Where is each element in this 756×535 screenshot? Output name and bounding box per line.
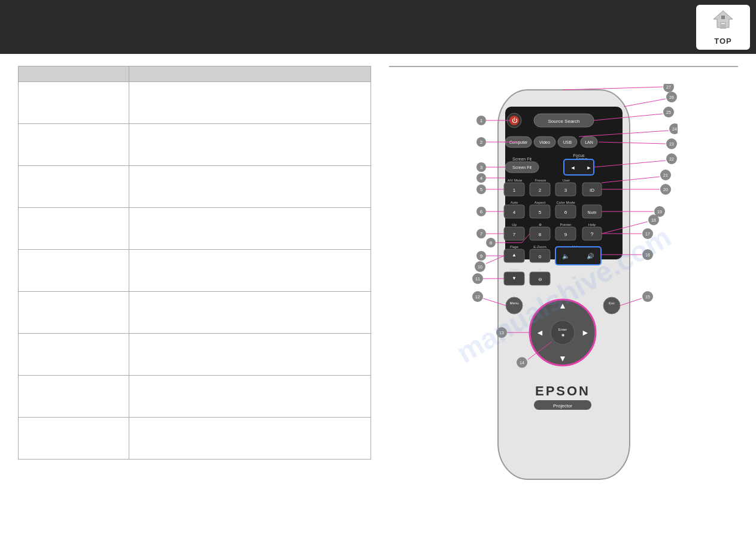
table-cell (19, 250, 129, 292)
table-cell (19, 334, 129, 376)
table-row (19, 334, 371, 376)
svg-text:USB: USB (563, 140, 572, 144)
table-row (19, 250, 371, 292)
svg-text:22: 22 (669, 157, 674, 161)
table-cell (129, 334, 371, 376)
svg-text:◉: ◉ (561, 333, 564, 337)
svg-text:21: 21 (663, 173, 668, 177)
svg-text:?: ? (590, 231, 593, 237)
svg-text:Help: Help (588, 223, 596, 226)
svg-text:1: 1 (512, 188, 515, 193)
remote-section: manualshive.com Source Search ⏻ Computer (389, 66, 738, 523)
svg-text:7: 7 (479, 231, 482, 237)
svg-text:⊖: ⊖ (538, 268, 541, 271)
table-cell (129, 418, 371, 460)
svg-text:Source Search: Source Search (548, 119, 579, 124)
svg-text:27: 27 (666, 85, 671, 89)
svg-text:⊕: ⊕ (538, 223, 541, 226)
svg-text:⊖: ⊖ (538, 277, 542, 282)
table-cell (129, 292, 371, 334)
svg-text:5: 5 (479, 187, 482, 192)
svg-text:▲: ▲ (558, 301, 567, 310)
svg-text:Esc: Esc (608, 301, 614, 305)
main-content: manualshive.com Source Search ⏻ Computer (0, 54, 756, 535)
data-table (18, 66, 371, 460)
svg-text:►: ► (586, 165, 591, 171)
svg-text:►: ► (581, 328, 590, 337)
svg-text:6: 6 (479, 209, 482, 214)
table-cell (19, 418, 129, 460)
svg-text:12: 12 (475, 295, 480, 299)
table-cell (129, 208, 371, 250)
remote-container: Source Search ⏻ Computer Video USB LAN S… (450, 84, 678, 503)
svg-text:EPSON: EPSON (535, 383, 590, 398)
svg-text:🔊: 🔊 (587, 252, 594, 260)
svg-text:LAN: LAN (585, 140, 593, 144)
svg-text:A/V Mute: A/V Mute (507, 179, 522, 182)
svg-text:Up: Up (512, 223, 517, 226)
svg-text:13: 13 (499, 331, 504, 335)
svg-text:User: User (562, 179, 570, 182)
svg-text:26: 26 (669, 95, 674, 99)
col1-header (19, 67, 129, 82)
svg-text:Down: Down (509, 268, 518, 271)
svg-text:0: 0 (538, 254, 541, 259)
svg-text:15: 15 (645, 295, 650, 299)
svg-text:⏻: ⏻ (511, 117, 517, 123)
svg-rect-2 (721, 16, 725, 19)
svg-text:Menu: Menu (509, 301, 518, 305)
header-bar: TOP (0, 0, 756, 54)
svg-text:Page: Page (509, 245, 518, 249)
svg-text:3: 3 (479, 165, 482, 170)
svg-text:Freeze: Freeze (535, 179, 546, 182)
svg-text:Aspect: Aspect (534, 201, 545, 204)
svg-text:8: 8 (489, 240, 492, 246)
table-row (19, 376, 371, 418)
svg-text:2: 2 (538, 188, 541, 193)
table-cell (129, 166, 371, 208)
svg-text:Video: Video (539, 140, 550, 144)
svg-text:2: 2 (479, 140, 482, 145)
svg-text:10: 10 (478, 265, 482, 269)
svg-point-81 (551, 321, 575, 344)
svg-text:Enter: Enter (558, 328, 566, 331)
table-cell (19, 124, 129, 166)
top-icon[interactable]: TOP (696, 5, 750, 50)
top-label: TOP (714, 37, 732, 46)
svg-text:1: 1 (479, 118, 482, 123)
svg-text:Computer: Computer (509, 140, 527, 145)
svg-text:8: 8 (538, 232, 541, 237)
svg-text:20: 20 (663, 188, 668, 192)
table-row (19, 208, 371, 250)
svg-text:23: 23 (669, 142, 674, 146)
svg-text:25: 25 (666, 110, 671, 114)
table-row (19, 124, 371, 166)
svg-text:Color Mode: Color Mode (556, 201, 575, 204)
home-icon (712, 8, 734, 34)
svg-text:▲: ▲ (512, 252, 517, 258)
svg-text:6: 6 (564, 210, 567, 215)
svg-text:3: 3 (564, 188, 567, 193)
svg-text:Num: Num (587, 210, 596, 214)
svg-line-170 (563, 87, 663, 90)
svg-point-76 (506, 297, 523, 314)
divider-line (389, 66, 738, 67)
svg-line-167 (624, 99, 666, 107)
svg-text:17: 17 (645, 232, 650, 236)
table-section (18, 66, 371, 523)
svg-rect-1 (720, 24, 726, 29)
table-cell (19, 166, 129, 208)
svg-text:◄: ◄ (570, 165, 575, 171)
svg-text:◄: ◄ (536, 328, 544, 337)
table-cell (19, 208, 129, 250)
svg-point-78 (603, 297, 620, 314)
table-cell (129, 250, 371, 292)
svg-text:Auto: Auto (510, 201, 518, 204)
svg-text:5: 5 (538, 210, 541, 215)
table-row (19, 292, 371, 334)
svg-text:Screen Fit: Screen Fit (512, 157, 532, 161)
svg-text:19: 19 (657, 210, 662, 214)
table-row (19, 418, 371, 460)
svg-text:E-Zoom: E-Zoom (533, 245, 546, 249)
svg-text:Screen Fit: Screen Fit (512, 165, 532, 170)
